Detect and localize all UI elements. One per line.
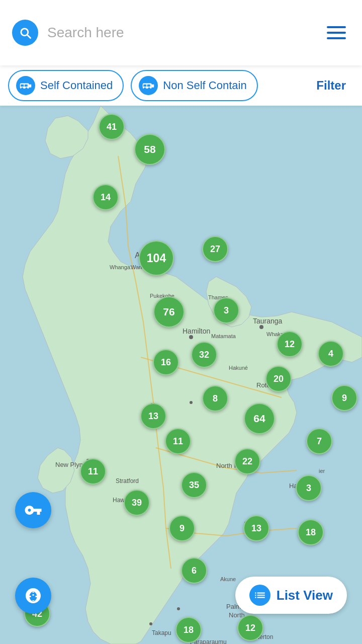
svg-point-14 <box>189 335 193 339</box>
cluster-c9[interactable]: 12 <box>277 331 303 357</box>
filter-button[interactable]: Filter <box>308 74 354 97</box>
svg-point-3 <box>25 88 28 90</box>
cluster-c4[interactable]: 27 <box>202 236 228 262</box>
svg-rect-10 <box>144 85 147 87</box>
cluster-c25[interactable]: 13 <box>243 515 269 541</box>
cluster-c3[interactable]: 14 <box>93 184 119 210</box>
cluster-c17[interactable]: 11 <box>165 428 191 454</box>
search-input[interactable]: Search here <box>47 25 323 41</box>
self-contained-chip[interactable]: Self Contained <box>8 70 124 101</box>
cluster-c15[interactable]: 13 <box>140 403 166 429</box>
search-icon-button[interactable] <box>12 20 38 46</box>
cluster-c8[interactable]: 32 <box>191 342 217 368</box>
cluster-c21[interactable]: 35 <box>181 472 207 498</box>
filter-bar: Self Contained Non Self Contain Filter <box>0 65 362 106</box>
cluster-c20[interactable]: 11 <box>80 458 106 485</box>
cluster-c6[interactable]: 76 <box>153 296 185 328</box>
cluster-c13[interactable]: 8 <box>202 385 228 412</box>
svg-rect-5 <box>25 85 28 87</box>
menu-button[interactable] <box>323 22 350 43</box>
svg-text:Akune: Akune <box>220 576 236 582</box>
non-self-contain-label: Non Self Contain <box>163 79 246 92</box>
svg-text:Hamilton: Hamilton <box>183 327 210 335</box>
cluster-c5[interactable]: 104 <box>139 240 174 276</box>
non-self-contain-chip[interactable]: Non Self Contain <box>131 70 257 101</box>
cluster-c2[interactable]: 58 <box>134 134 165 165</box>
non-self-contain-icon <box>139 76 158 95</box>
cluster-c12[interactable]: 20 <box>265 366 292 392</box>
cluster-c14[interactable]: 9 <box>331 385 357 411</box>
cluster-c18[interactable]: 7 <box>306 428 332 454</box>
svg-point-17 <box>190 401 193 404</box>
cluster-c26[interactable]: 18 <box>298 519 324 545</box>
svg-rect-4 <box>21 85 24 87</box>
cluster-c16[interactable]: 64 <box>244 403 275 434</box>
key-button[interactable] <box>15 492 51 528</box>
svg-text:Tauranga: Tauranga <box>253 317 283 325</box>
self-contained-label: Self Contained <box>40 79 113 92</box>
svg-point-2 <box>21 88 24 90</box>
cluster-c7[interactable]: 3 <box>213 297 239 324</box>
cluster-c10[interactable]: 4 <box>318 341 344 367</box>
cluster-c29[interactable]: 18 <box>175 617 202 643</box>
svg-text:Takapu: Takapu <box>152 629 171 636</box>
svg-point-15 <box>259 325 263 329</box>
cluster-c22[interactable]: 3 <box>296 475 322 501</box>
list-view-icon <box>249 585 270 606</box>
map-area[interactable]: Auckland Hamilton Tauranga Rotorua Ta...… <box>0 106 362 644</box>
cluster-c11[interactable]: 16 <box>153 349 179 375</box>
svg-text:Hakuné: Hakuné <box>229 365 248 371</box>
svg-text:Whanga...: Whanga... <box>110 264 135 270</box>
crosshair-button[interactable] <box>15 578 51 614</box>
svg-rect-1 <box>29 85 32 88</box>
svg-point-9 <box>148 88 151 90</box>
cluster-c19[interactable]: 22 <box>234 448 260 474</box>
list-view-button[interactable]: List View <box>235 577 347 614</box>
svg-text:Stratford: Stratford <box>116 477 139 485</box>
svg-point-20 <box>177 607 180 610</box>
svg-text:Matamata: Matamata <box>211 333 236 339</box>
svg-rect-11 <box>147 85 150 87</box>
svg-rect-7 <box>152 85 154 88</box>
svg-point-21 <box>149 622 152 625</box>
cluster-c27[interactable]: 6 <box>181 557 207 584</box>
header: Search here <box>0 0 362 65</box>
cluster-c1[interactable]: 41 <box>99 114 125 140</box>
svg-text:ier: ier <box>319 468 325 474</box>
cluster-c24[interactable]: 9 <box>169 515 195 541</box>
svg-point-8 <box>144 88 146 90</box>
nz-map-svg: Auckland Hamilton Tauranga Rotorua Ta...… <box>0 106 362 644</box>
self-contained-icon <box>16 76 35 95</box>
list-view-label: List View <box>277 588 333 603</box>
cluster-c23[interactable]: 39 <box>124 490 150 516</box>
cluster-c30[interactable]: 12 <box>237 615 263 641</box>
